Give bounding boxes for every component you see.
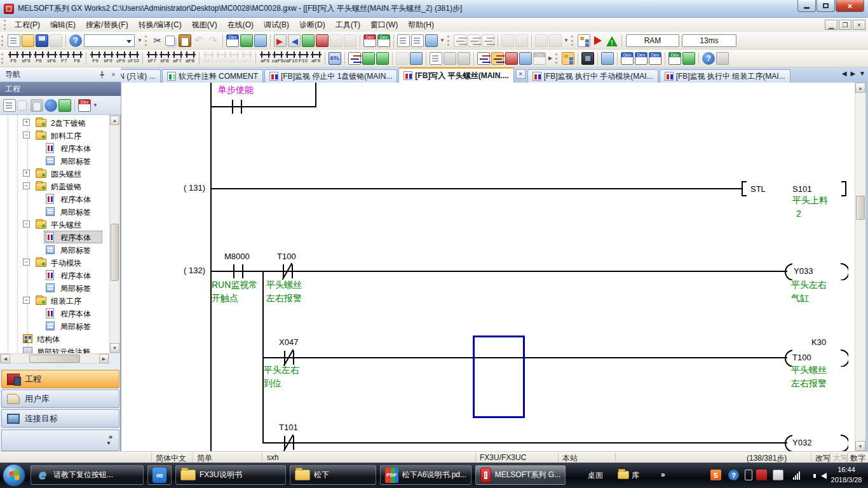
- tree-item-local-label[interactable]: 局部标签: [0, 154, 109, 167]
- tab-fb-monitor-zuzhuang[interactable]: [FB]监视 执行中 组装工序(MAI...: [660, 69, 790, 83]
- network-icon[interactable]: [793, 471, 800, 480]
- taskbar-item-folder-fx3u[interactable]: FX3U说明书: [175, 465, 286, 485]
- collapse-icon[interactable]: −: [23, 132, 30, 139]
- scroll-left-icon[interactable]: ◀: [1, 354, 10, 363]
- monitor-stop-icon[interactable]: [316, 34, 329, 47]
- contact-m8000-label[interactable]: M8000: [224, 252, 250, 261]
- find-instruction-icon[interactable]: [519, 52, 532, 65]
- close-button[interactable]: ×: [836, 0, 864, 12]
- tab-fb-write-pingtou[interactable]: [FB]写入 平头螺丝(MAIN....: [398, 67, 513, 83]
- editor-vertical-scrollbar[interactable]: ▲ ▼: [855, 83, 865, 451]
- run-icon[interactable]: [592, 34, 604, 47]
- ladder-coil-button[interactable]: F7: [58, 50, 71, 66]
- ladder-delete-branch-button[interactable]: aF9: [309, 50, 322, 66]
- ladder-pulse-contact2-button[interactable]: caF10: [284, 50, 297, 66]
- scroll-up-icon[interactable]: ▲: [855, 83, 865, 93]
- tree-item-shoudong-mokuai[interactable]: − 手动模块: [0, 256, 109, 269]
- pane-button-user-library[interactable]: 用户库: [1, 390, 119, 408]
- device-batch-icon[interactable]: [649, 52, 661, 65]
- ladder-parallel-invert-falling-button[interactable]: saF8: [240, 50, 253, 66]
- ladder-pulse-contact-button[interactable]: caF5: [271, 50, 284, 66]
- monitor-resume-icon[interactable]: [344, 34, 356, 47]
- window-selector-combobox[interactable]: [84, 34, 135, 47]
- read-from-plc-icon[interactable]: [288, 34, 301, 47]
- note-display-icon[interactable]: [425, 34, 438, 47]
- scroll-down-icon[interactable]: ▼: [110, 343, 119, 353]
- tree-item-local-label[interactable]: 局部标签: [0, 243, 109, 256]
- ladder-delete-horizontal-line-button[interactable]: cF9: [114, 50, 127, 66]
- insert-row-icon[interactable]: [454, 34, 466, 47]
- ladder-falling-pulse-button[interactable]: sF8: [158, 50, 171, 66]
- connect-line-icon[interactable]: [477, 52, 490, 65]
- device-comment-icon[interactable]: [533, 52, 546, 65]
- collapse-icon[interactable]: −: [23, 297, 30, 304]
- tree-item-zuzhuang-gongxu[interactable]: − 组装工序: [0, 294, 109, 307]
- panel-splitter[interactable]: ···: [0, 363, 121, 369]
- device-test-icon[interactable]: [240, 34, 253, 47]
- device-find-result-icon[interactable]: [621, 52, 634, 65]
- ime-tray-icon[interactable]: [773, 470, 783, 480]
- nav-paste-icon[interactable]: [31, 99, 43, 112]
- help-icon[interactable]: ?: [69, 34, 82, 47]
- library-label[interactable]: 库: [632, 470, 639, 481]
- find-binoculars-icon[interactable]: [716, 52, 729, 65]
- tree-item-program-body[interactable]: 程序本体: [0, 193, 109, 205]
- ladder-invert-rising-button[interactable]: saF5: [202, 50, 215, 66]
- scrollbar-thumb[interactable]: [111, 224, 119, 281]
- minimize-button[interactable]: [797, 0, 816, 12]
- menu-help[interactable]: 帮助(H): [403, 18, 439, 32]
- new-project-icon[interactable]: [8, 34, 20, 47]
- output-window-icon[interactable]: [601, 52, 614, 65]
- help-tray-icon[interactable]: ?: [728, 470, 739, 480]
- statement-display-icon[interactable]: [411, 34, 424, 47]
- ladder-block-down-icon[interactable]: [549, 34, 562, 47]
- desktop-toolbar-label[interactable]: 桌面: [588, 470, 603, 481]
- find-device-icon[interactable]: [505, 52, 518, 65]
- tree-item-program-body[interactable]: 程序本体: [0, 269, 109, 281]
- ladder-closed-contact-button[interactable]: F6: [32, 50, 45, 66]
- ladder-parallel-falling-pulse-button[interactable]: aF8: [184, 50, 196, 66]
- contact-t100-label[interactable]: T100: [277, 252, 296, 261]
- expand-icon[interactable]: +: [23, 119, 30, 126]
- continuous-paste-icon[interactable]: [491, 52, 504, 65]
- pane-button-project[interactable]: 工程: [1, 370, 119, 388]
- ladder-invert-falling-button[interactable]: saF6: [215, 50, 227, 66]
- ladder-vertical-line-button[interactable]: sF9: [102, 50, 114, 66]
- ladder-parallel-closed-contact-button[interactable]: sF6: [45, 50, 58, 66]
- nav-copy-icon[interactable]: [17, 100, 27, 111]
- contact-x047-label[interactable]: X047: [279, 337, 298, 347]
- collapse-icon[interactable]: −: [23, 220, 30, 227]
- menu-compile[interactable]: 转换/编译(C): [133, 18, 187, 32]
- ladder-branch-button[interactable]: F10: [297, 50, 309, 66]
- comment-display-icon[interactable]: [397, 34, 410, 47]
- watch-window-icon[interactable]: [668, 52, 681, 65]
- tree-vertical-scrollbar[interactable]: ▲ ▼: [109, 115, 119, 353]
- expand-icon[interactable]: +: [23, 170, 30, 177]
- read-mode-icon[interactable]: [376, 52, 389, 65]
- menu-view[interactable]: 视图(V): [187, 18, 222, 32]
- menu-online[interactable]: 在线(O): [222, 18, 259, 32]
- taskbar-item-baidu-cloud[interactable]: ∞: [147, 465, 172, 485]
- tree-item-structure[interactable]: 结构体: [0, 332, 109, 345]
- inline-st-icon[interactable]: [348, 52, 361, 65]
- coil-t100-label[interactable]: T100: [792, 353, 811, 362]
- ladder-editor[interactable]: 单步使能 ( 131) STL S101 平头上料 2 ( 132) M8000…: [121, 83, 855, 451]
- tree-item-program-body-selected[interactable]: 程序本体: [0, 231, 109, 243]
- undo-icon[interactable]: ↶: [193, 34, 205, 47]
- device-display-green-icon[interactable]: [377, 34, 390, 47]
- collapse-icon[interactable]: −: [23, 259, 30, 266]
- menu-find-replace[interactable]: 搜索/替换(F): [81, 18, 133, 32]
- coil-y032-label[interactable]: Y032: [792, 438, 811, 447]
- scrollbar-thumb[interactable]: [29, 355, 80, 363]
- ladder-parallel-rising-pulse-button[interactable]: aF7: [171, 50, 184, 66]
- scrollbar-thumb[interactable]: [856, 196, 865, 220]
- cut-icon[interactable]: ✂: [151, 34, 164, 47]
- coil-y033-label[interactable]: Y033: [794, 266, 813, 276]
- tree-item-2pan-xia-duge[interactable]: + 2盘下镀铬: [0, 116, 109, 129]
- device-display-red-icon[interactable]: [363, 34, 376, 47]
- comment-edit-icon[interactable]: [430, 52, 442, 65]
- mdi-restore-button[interactable]: ❐: [839, 20, 851, 30]
- contact-t101-label[interactable]: T101: [279, 423, 298, 432]
- toolbar-overflow-icon[interactable]: ▼: [438, 34, 446, 47]
- ladder-open-contact-button[interactable]: F5: [7, 50, 20, 66]
